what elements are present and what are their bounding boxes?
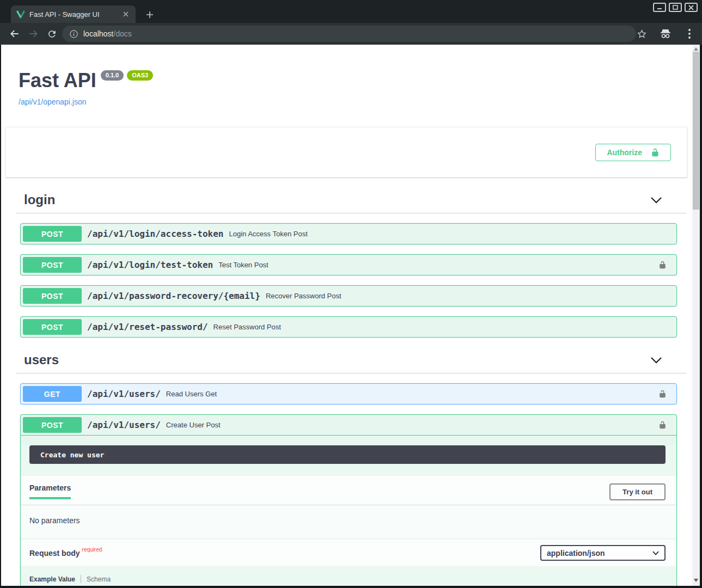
endpoint-path: /api/v1/login/test-token (87, 260, 213, 270)
api-info: Fast API 0.1.0 OAS3 /api/v1/openapi.json (19, 69, 692, 107)
endpoint-summary: Reset Password Post (213, 323, 281, 331)
endpoint-login-test-token[interactable]: POST /api/v1/login/test-token Test Token… (20, 254, 677, 275)
request-body-label: Request bodyrequired (29, 549, 102, 558)
endpoint-path: /api/v1/password-recovery/{email} (87, 291, 260, 301)
endpoint-password-recovery[interactable]: POST /api/v1/password-recovery/{email} R… (20, 285, 677, 307)
favicon-icon (16, 10, 25, 19)
address-bar[interactable]: localhost/docs (62, 26, 636, 42)
version-badge: 0.1.0 (101, 70, 124, 81)
parameters-header: Parameters Try it out (21, 476, 676, 505)
method-badge: POST (23, 257, 82, 273)
operation-body: Create new user Parameters Try it out No… (21, 445, 676, 586)
unlocked-padlock-icon (651, 148, 660, 157)
parameters-tab: Parameters (29, 483, 71, 499)
endpoint-reset-password[interactable]: POST /api/v1/reset-password/ Reset Passw… (20, 316, 677, 338)
endpoint-summary: Recover Password Post (266, 292, 341, 300)
url-path: /docs (113, 29, 131, 38)
endpoint-create-user[interactable]: POST /api/v1/users/ Create User Post Cre… (20, 414, 677, 586)
endpoint-summary: Read Users Get (166, 390, 217, 398)
url-host: localhost (83, 29, 113, 38)
media-type-select[interactable]: application/json (540, 545, 666, 561)
new-tab-button[interactable] (144, 9, 156, 21)
chevron-down-icon[interactable] (650, 357, 662, 364)
section-title: login (24, 192, 686, 207)
scroll-down-arrow-icon[interactable] (694, 579, 698, 582)
browser-window: Fast API - Swagger UI (0, 0, 702, 588)
back-button[interactable] (5, 24, 24, 43)
tab-title: Fast API - Swagger UI (29, 10, 117, 19)
method-badge: POST (23, 319, 82, 335)
section-users: users GET /api/v1/users/ Read Users Get (1, 352, 692, 586)
tab-separator (81, 575, 81, 583)
method-badge: POST (23, 417, 82, 433)
authorize-button[interactable]: Authorize (595, 144, 671, 161)
browser-tab[interactable]: Fast API - Swagger UI (11, 5, 136, 23)
section-login-header[interactable]: login (16, 192, 686, 213)
try-it-out-button[interactable]: Try it out (609, 483, 666, 500)
close-button[interactable] (685, 3, 698, 12)
url-text: localhost/docs (83, 29, 132, 38)
schema-tab[interactable]: Schema (87, 575, 111, 583)
auth-lock-icon[interactable] (658, 261, 667, 269)
method-badge: POST (23, 226, 82, 242)
endpoint-summary: Test Token Post (218, 261, 268, 269)
scroll-up-arrow-icon[interactable] (694, 47, 698, 51)
section-users-header[interactable]: users (16, 352, 686, 373)
maximize-button[interactable] (669, 3, 682, 12)
no-parameters-text: No parameters (29, 516, 80, 525)
method-badge: GET (23, 386, 82, 402)
scrollbar-thumb[interactable] (693, 52, 699, 210)
site-info-icon[interactable] (70, 30, 78, 38)
select-chevron-icon (652, 551, 659, 555)
example-value-tab[interactable]: Example Value (29, 575, 75, 583)
section-login: login POST /api/v1/login/access-token Lo… (1, 192, 692, 338)
menu-kebab-icon[interactable] (680, 24, 699, 43)
reload-button[interactable] (42, 24, 61, 43)
openapi-spec-link[interactable]: /api/v1/openapi.json (19, 97, 87, 106)
endpoint-login-access-token[interactable]: POST /api/v1/login/access-token Login Ac… (20, 223, 677, 244)
swagger-ui: Fast API 0.1.0 OAS3 /api/v1/openapi.json… (1, 45, 692, 586)
incognito-icon (656, 24, 675, 43)
page-title: Fast API (19, 69, 96, 92)
scrollbar-track[interactable] (692, 45, 700, 586)
oas3-badge: OAS3 (127, 70, 153, 81)
scheme-container: Authorize (5, 127, 687, 177)
bookmark-star-icon[interactable] (632, 24, 651, 43)
model-example: Example Value Schema { (29, 575, 666, 586)
browser-toolbar: localhost/docs (0, 23, 702, 45)
section-title: users (24, 352, 686, 367)
media-type-value: application/json (547, 549, 605, 558)
forward-button[interactable] (24, 24, 42, 43)
request-body-header: Request bodyrequired application/json (21, 540, 676, 566)
endpoint-path: /api/v1/users/ (87, 420, 161, 430)
operation-description: Create new user (29, 445, 666, 464)
endpoint-path: /api/v1/reset-password/ (87, 322, 208, 332)
endpoint-read-users[interactable]: GET /api/v1/users/ Read Users Get (20, 383, 677, 405)
parameters-body: No parameters (21, 505, 676, 538)
auth-lock-icon[interactable] (658, 390, 667, 398)
endpoint-path: /api/v1/users/ (87, 389, 161, 399)
browser-titlebar: Fast API - Swagger UI (0, 0, 702, 23)
authorize-label: Authorize (607, 148, 642, 157)
window-controls (653, 3, 698, 12)
minimize-button[interactable] (653, 3, 666, 12)
endpoint-summary: Login Access Token Post (229, 230, 307, 238)
endpoint-path: /api/v1/login/access-token (87, 229, 223, 239)
required-label: required (80, 547, 102, 553)
endpoint-summary: Create User Post (166, 421, 221, 429)
tab-close-icon[interactable] (121, 10, 130, 19)
method-badge: POST (23, 288, 82, 304)
page-content: Fast API 0.1.0 OAS3 /api/v1/openapi.json… (1, 45, 700, 586)
auth-lock-icon[interactable] (658, 421, 667, 429)
chevron-down-icon[interactable] (650, 197, 662, 204)
